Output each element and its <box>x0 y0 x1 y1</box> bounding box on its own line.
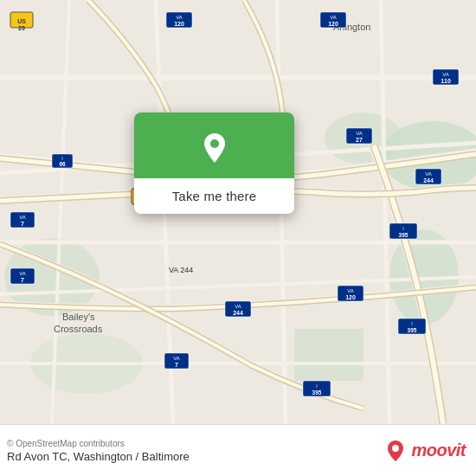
svg-text:395: 395 <box>399 232 408 238</box>
moovit-wordmark: moovit <box>411 441 466 460</box>
moovit-logo: moovit <box>383 439 466 463</box>
svg-text:244: 244 <box>233 310 243 316</box>
svg-text:66: 66 <box>59 161 66 167</box>
svg-point-66 <box>210 139 219 148</box>
svg-text:27: 27 <box>356 137 363 143</box>
svg-text:VA: VA <box>347 288 354 293</box>
svg-text:VA: VA <box>442 72 449 77</box>
svg-rect-3 <box>294 329 363 381</box>
svg-text:395: 395 <box>312 389 322 396</box>
svg-text:VA: VA <box>425 171 432 177</box>
svg-text:29: 29 <box>18 25 25 31</box>
take-me-there-button[interactable]: Take me there <box>134 178 294 214</box>
svg-text:VA 244: VA 244 <box>169 266 193 274</box>
svg-text:VA: VA <box>176 15 183 20</box>
bottom-left: © OpenStreetMap contributors Rd Avon TC,… <box>7 439 190 463</box>
svg-text:244: 244 <box>423 177 434 183</box>
svg-text:VA: VA <box>356 131 363 136</box>
svg-text:395: 395 <box>408 327 417 333</box>
area-label-crossroads: Crossroads <box>54 324 103 334</box>
map-container: Arlington Bailey's Crossroads US 29 VA 1… <box>0 0 476 424</box>
moovit-logo-icon <box>383 439 408 463</box>
svg-point-67 <box>392 445 399 452</box>
svg-text:7: 7 <box>21 221 24 227</box>
svg-text:VA: VA <box>173 356 180 361</box>
svg-text:VA: VA <box>19 271 26 276</box>
location-label: Rd Avon TC, Washington / Baltimore <box>7 450 190 463</box>
area-label-baileys: Bailey's <box>62 312 95 322</box>
location-pin-icon <box>196 128 234 166</box>
svg-text:US: US <box>17 18 26 24</box>
svg-text:120: 120 <box>345 294 356 300</box>
bottom-bar: © OpenStreetMap contributors Rd Avon TC,… <box>0 424 476 476</box>
popup-card: Take me there <box>134 113 294 214</box>
svg-text:110: 110 <box>441 78 451 84</box>
svg-text:VA: VA <box>330 15 337 20</box>
svg-text:7: 7 <box>21 277 24 283</box>
popup-green-area <box>134 113 294 178</box>
svg-text:7: 7 <box>175 362 178 368</box>
copyright-text: © OpenStreetMap contributors <box>7 439 190 448</box>
svg-text:120: 120 <box>328 21 338 27</box>
svg-text:VA: VA <box>19 215 26 220</box>
svg-text:120: 120 <box>174 21 184 27</box>
svg-text:VA: VA <box>235 304 241 309</box>
